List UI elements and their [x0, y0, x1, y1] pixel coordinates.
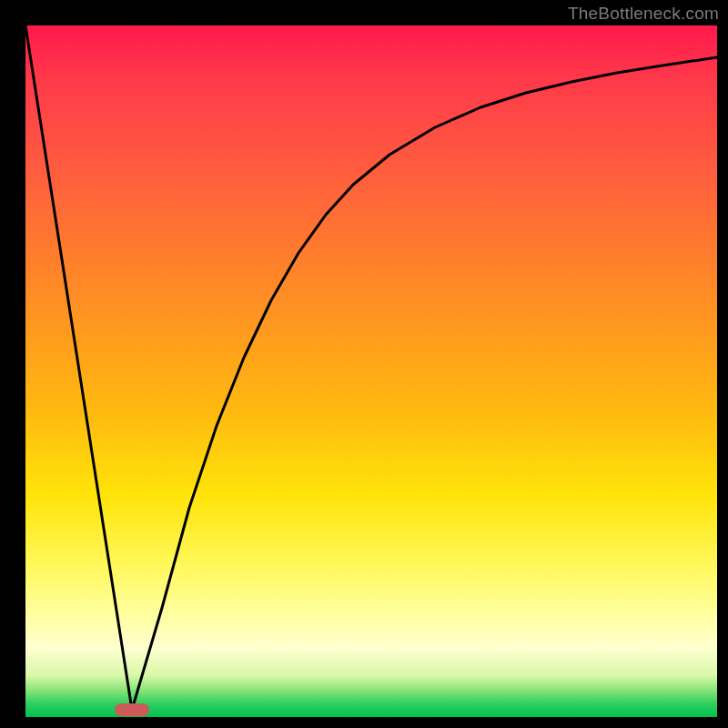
valley-marker: [115, 703, 149, 716]
plot-area: [25, 25, 717, 717]
watermark-text: TheBottleneck.com: [568, 4, 719, 24]
curve-layer: [25, 25, 717, 717]
chart-frame: TheBottleneck.com: [0, 0, 728, 728]
bottleneck-curve: [25, 25, 717, 710]
